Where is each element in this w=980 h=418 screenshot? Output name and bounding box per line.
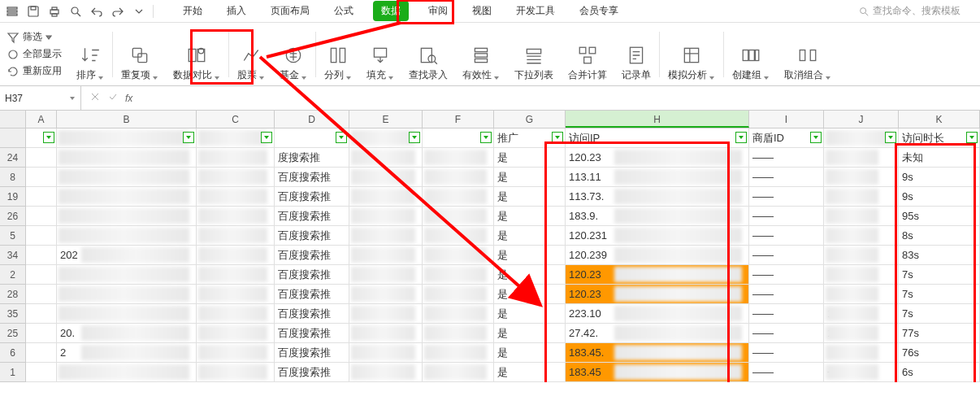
cell[interactable]: 183.45 bbox=[566, 363, 749, 382]
cell[interactable] bbox=[197, 285, 275, 304]
cell[interactable] bbox=[26, 246, 57, 265]
cell[interactable]: 27.42. bbox=[566, 324, 749, 343]
cell[interactable] bbox=[197, 343, 275, 363]
print-icon[interactable] bbox=[46, 2, 63, 20]
cell[interactable] bbox=[423, 226, 494, 246]
cell[interactable]: 百度搜索推 bbox=[275, 285, 349, 304]
col-J[interactable]: J bbox=[824, 111, 899, 128]
consolidate-button[interactable]: 合并计算 bbox=[562, 26, 614, 82]
cell[interactable]: 百度搜索推 bbox=[275, 246, 349, 265]
cell[interactable]: 120.239 bbox=[566, 246, 749, 265]
cell[interactable]: —— bbox=[749, 285, 824, 304]
cell[interactable] bbox=[26, 128, 57, 148]
cell[interactable] bbox=[26, 324, 57, 343]
row-header[interactable]: 24 bbox=[0, 148, 26, 168]
filter-icon[interactable] bbox=[552, 132, 563, 143]
cell[interactable] bbox=[57, 168, 197, 187]
cell[interactable]: 113.73. bbox=[566, 187, 749, 207]
cell[interactable] bbox=[275, 128, 349, 148]
cell[interactable]: 18 bbox=[824, 304, 899, 324]
filter-icon[interactable] bbox=[480, 132, 492, 143]
stocks-button[interactable]: 股票 bbox=[231, 26, 271, 82]
cell[interactable] bbox=[423, 343, 494, 363]
cell[interactable] bbox=[57, 128, 197, 148]
cell[interactable]: 18 bbox=[824, 324, 899, 343]
cell[interactable] bbox=[197, 226, 275, 246]
cell[interactable]: 202 bbox=[57, 246, 197, 265]
cell[interactable]: 76s bbox=[899, 343, 980, 363]
duplicates-button[interactable]: 重复项 bbox=[115, 26, 165, 82]
cell[interactable]: 度搜索推 bbox=[275, 148, 349, 168]
cell[interactable] bbox=[349, 168, 423, 187]
cell[interactable]: 183.9. bbox=[566, 207, 749, 226]
tab-review[interactable]: 审阅 bbox=[423, 1, 453, 21]
name-box[interactable]: H37 bbox=[0, 86, 81, 110]
col-I[interactable]: I bbox=[749, 111, 824, 128]
cell[interactable]: —— bbox=[749, 304, 824, 324]
cell[interactable]: 183.45. bbox=[566, 343, 749, 363]
filter-icon[interactable] bbox=[966, 132, 978, 143]
cell[interactable]: —— bbox=[749, 148, 824, 168]
cell[interactable]: 访问IP bbox=[566, 128, 749, 148]
split-button[interactable]: 分列 bbox=[318, 26, 358, 82]
cell[interactable] bbox=[824, 168, 899, 187]
cell[interactable]: 223.10 bbox=[566, 304, 749, 324]
cell[interactable] bbox=[824, 343, 899, 363]
cell[interactable]: 未知 bbox=[899, 148, 980, 168]
cell[interactable] bbox=[349, 246, 423, 265]
recordform-button[interactable]: 记录单 bbox=[615, 26, 657, 82]
cell[interactable] bbox=[423, 187, 494, 207]
cell[interactable]: 百度搜索推 bbox=[275, 304, 349, 324]
cell[interactable]: 9s bbox=[899, 187, 980, 207]
cell[interactable]: 83s bbox=[899, 246, 980, 265]
cell[interactable] bbox=[57, 226, 197, 246]
cell[interactable] bbox=[349, 285, 423, 304]
row-header[interactable]: 19 bbox=[0, 187, 26, 207]
cell[interactable] bbox=[423, 207, 494, 226]
row-header[interactable]: 35 bbox=[0, 304, 26, 324]
cell[interactable] bbox=[26, 148, 57, 168]
cell[interactable] bbox=[57, 265, 197, 285]
cell[interactable] bbox=[197, 304, 275, 324]
filter-button[interactable]: 筛选 bbox=[7, 30, 52, 44]
cell[interactable] bbox=[824, 226, 899, 246]
cell[interactable] bbox=[349, 148, 423, 168]
showall-button[interactable]: 全部显示 bbox=[7, 47, 62, 61]
row-header[interactable]: 2 bbox=[0, 265, 26, 285]
cell[interactable] bbox=[26, 343, 57, 363]
whatif-button[interactable]: 模拟分析 bbox=[661, 26, 722, 82]
cell[interactable]: 是 bbox=[494, 285, 566, 304]
cell[interactable]: —— bbox=[749, 187, 824, 207]
cell[interactable]: 百度搜索推 bbox=[275, 343, 349, 363]
cell[interactable] bbox=[26, 304, 57, 324]
cell[interactable] bbox=[349, 207, 423, 226]
cell[interactable] bbox=[824, 246, 899, 265]
tab-layout[interactable]: 页面布局 bbox=[266, 1, 314, 21]
cell[interactable] bbox=[197, 265, 275, 285]
cell[interactable]: 是 bbox=[494, 324, 566, 343]
cell[interactable]: 推广 bbox=[494, 128, 566, 148]
tab-start[interactable]: 开始 bbox=[178, 1, 207, 21]
redo-icon[interactable] bbox=[109, 2, 127, 20]
filter-icon[interactable] bbox=[409, 132, 420, 143]
cell[interactable]: 百度搜索推 bbox=[275, 168, 349, 187]
ungroup-button[interactable]: 取消组合 bbox=[778, 26, 838, 82]
cell[interactable] bbox=[423, 128, 494, 148]
cell[interactable]: 113.11 bbox=[566, 168, 749, 187]
cell[interactable] bbox=[824, 187, 899, 207]
col-B[interactable]: B bbox=[57, 111, 197, 128]
cell[interactable] bbox=[197, 168, 275, 187]
cell[interactable]: 7s bbox=[899, 265, 980, 285]
cell[interactable] bbox=[349, 343, 423, 363]
validation-button[interactable]: 有效性 bbox=[456, 26, 506, 82]
cell[interactable]: 是 bbox=[494, 226, 566, 246]
tab-insert[interactable]: 插入 bbox=[222, 1, 251, 21]
cell[interactable]: 是 bbox=[494, 343, 566, 363]
filter-icon[interactable] bbox=[735, 132, 747, 143]
cell[interactable]: 95s bbox=[899, 207, 980, 226]
row-header[interactable]: 8 bbox=[0, 168, 26, 187]
cell[interactable] bbox=[423, 304, 494, 324]
col-C[interactable]: C bbox=[197, 111, 275, 128]
cell[interactable]: 是 bbox=[494, 168, 566, 187]
cell[interactable]: —— bbox=[749, 265, 824, 285]
